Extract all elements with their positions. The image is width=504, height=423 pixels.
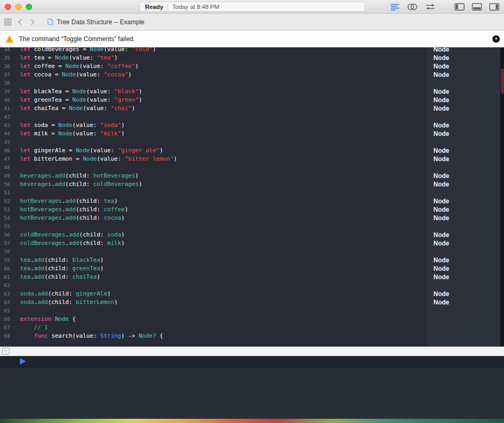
line-number[interactable]: 49 bbox=[0, 172, 15, 180]
code-line[interactable]: 52hotBeverages.add(child: tea) bbox=[0, 197, 428, 205]
toggle-debug-area-button[interactable] bbox=[472, 3, 482, 11]
line-number[interactable]: 56 bbox=[0, 231, 15, 239]
line-number[interactable]: 65 bbox=[0, 307, 15, 315]
line-number[interactable]: 47 bbox=[0, 155, 15, 163]
code-line[interactable]: 50beverages.add(child: coldBeverages) bbox=[0, 180, 428, 189]
line-number[interactable]: 37 bbox=[0, 71, 15, 79]
result-item[interactable]: Node bbox=[428, 62, 500, 71]
line-number[interactable]: 39 bbox=[0, 87, 15, 96]
document-title[interactable]: Tree Data Structure -- Example bbox=[57, 18, 144, 26]
line-number[interactable]: 44 bbox=[0, 130, 15, 138]
close-window-button[interactable] bbox=[5, 4, 11, 10]
code-line[interactable]: 51 bbox=[0, 189, 428, 197]
code-area[interactable]: 34let coldBeverages = Node(value: "cold"… bbox=[0, 47, 428, 340]
code-line[interactable]: 39let blackTea = Node(value: "black") bbox=[0, 87, 428, 96]
toggle-navigator-button[interactable] bbox=[454, 3, 465, 11]
minimize-window-button[interactable] bbox=[15, 4, 22, 10]
result-item[interactable]: Node bbox=[428, 121, 500, 130]
line-number[interactable]: 63 bbox=[0, 290, 15, 298]
line-number[interactable]: 51 bbox=[0, 189, 15, 197]
result-item[interactable]: Node bbox=[428, 71, 500, 79]
line-number[interactable]: 55 bbox=[0, 222, 15, 231]
zoom-window-button[interactable] bbox=[26, 4, 32, 10]
line-number[interactable]: 68 bbox=[0, 332, 15, 340]
line-number[interactable]: 41 bbox=[0, 104, 15, 113]
toggle-inspectors-button[interactable] bbox=[489, 3, 499, 11]
code-line[interactable]: 38 bbox=[0, 79, 428, 87]
line-number[interactable]: 66 bbox=[0, 315, 15, 323]
code-line[interactable]: 66extension Node { bbox=[0, 315, 428, 323]
line-number[interactable]: 46 bbox=[0, 146, 15, 155]
result-item[interactable]: Node bbox=[428, 104, 500, 113]
code-line[interactable]: 36let coffee = Node(value: "coffee") bbox=[0, 62, 428, 71]
code-line[interactable]: 41let chaiTea = Node(value: "chai") bbox=[0, 104, 428, 113]
code-line[interactable]: 58 bbox=[0, 248, 428, 256]
result-item[interactable]: Node bbox=[428, 205, 500, 214]
code-line[interactable]: 34let coldBeverages = Node(value: "cold"… bbox=[0, 47, 428, 54]
line-number[interactable]: 40 bbox=[0, 96, 15, 104]
code-line[interactable]: 65 bbox=[0, 307, 428, 315]
line-number[interactable]: 58 bbox=[0, 248, 15, 256]
code-line[interactable]: 35let tea = Node(value: "tea") bbox=[0, 54, 428, 62]
code-line[interactable]: 67 // 1 bbox=[0, 323, 428, 332]
standard-editor-button[interactable] bbox=[391, 4, 400, 11]
code-line[interactable]: 64soda.add(child: bitterLemon) bbox=[0, 298, 428, 307]
line-number[interactable]: 62 bbox=[0, 281, 15, 290]
hide-debug-area-button[interactable]: ▽ bbox=[2, 348, 9, 355]
result-item[interactable]: Node bbox=[428, 290, 500, 298]
code-line[interactable]: 40let greenTea = Node(value: "green") bbox=[0, 96, 428, 104]
line-number[interactable]: 52 bbox=[0, 197, 15, 205]
result-item[interactable]: Node bbox=[428, 231, 500, 239]
result-item[interactable]: Node bbox=[428, 180, 500, 189]
line-number[interactable]: 53 bbox=[0, 205, 15, 214]
assistant-editor-button[interactable] bbox=[407, 3, 418, 11]
line-number[interactable]: 57 bbox=[0, 239, 15, 248]
result-item[interactable]: Node bbox=[428, 298, 500, 307]
code-line[interactable]: 49beverages.add(child: hotBeverages) bbox=[0, 172, 428, 180]
code-line[interactable]: 48 bbox=[0, 163, 428, 172]
code-line[interactable]: 42 bbox=[0, 113, 428, 121]
result-item[interactable]: Node bbox=[428, 214, 500, 222]
scrollbar-thumb[interactable] bbox=[501, 68, 504, 94]
code-line[interactable]: 63soda.add(child: gingerAle) bbox=[0, 290, 428, 298]
code-line[interactable]: 37let cocoa = Node(value: "cocoa") bbox=[0, 71, 428, 79]
code-line[interactable]: 45 bbox=[0, 138, 428, 146]
line-number[interactable]: 38 bbox=[0, 79, 15, 87]
line-number[interactable]: 54 bbox=[0, 214, 15, 222]
result-item[interactable]: Node bbox=[428, 172, 500, 180]
line-number[interactable]: 45 bbox=[0, 138, 15, 146]
code-line[interactable]: 62 bbox=[0, 281, 428, 290]
result-item[interactable]: Node bbox=[428, 96, 500, 104]
code-line[interactable]: 57coldBeverages.add(child: milk) bbox=[0, 239, 428, 248]
line-number[interactable]: 48 bbox=[0, 163, 15, 172]
editor-scrollbar[interactable] bbox=[500, 47, 504, 347]
result-item[interactable]: Node bbox=[428, 47, 500, 54]
dismiss-banner-button[interactable]: ✕ bbox=[492, 35, 500, 43]
line-number[interactable]: 43 bbox=[0, 121, 15, 130]
code-line[interactable]: 46let gingerAle = Node(value: "ginger al… bbox=[0, 146, 428, 155]
result-item[interactable]: Node bbox=[428, 273, 500, 281]
result-item[interactable]: Node bbox=[428, 130, 500, 138]
result-item[interactable]: Node bbox=[428, 239, 500, 248]
line-number[interactable]: 34 bbox=[0, 47, 15, 54]
line-number[interactable]: 36 bbox=[0, 62, 15, 71]
line-number[interactable]: 61 bbox=[0, 273, 15, 281]
result-item[interactable]: Node bbox=[428, 146, 500, 155]
line-number[interactable]: 64 bbox=[0, 298, 15, 307]
code-line[interactable]: 68 func search(value: String) -> Node? { bbox=[0, 332, 428, 340]
code-line[interactable]: 53hotBeverages.add(child: coffee) bbox=[0, 205, 428, 214]
result-item[interactable]: Node bbox=[428, 54, 500, 62]
go-forward-button[interactable] bbox=[31, 19, 35, 25]
go-back-button[interactable] bbox=[18, 19, 22, 25]
line-number[interactable]: 67 bbox=[0, 323, 15, 332]
result-item[interactable]: Node bbox=[428, 155, 500, 163]
debug-console[interactable] bbox=[0, 368, 504, 419]
line-number[interactable]: 42 bbox=[0, 113, 15, 121]
result-item[interactable]: Node bbox=[428, 256, 500, 264]
result-item[interactable]: Node bbox=[428, 264, 500, 273]
code-line[interactable]: 55 bbox=[0, 222, 428, 231]
version-editor-button[interactable] bbox=[425, 3, 436, 11]
code-line[interactable]: 59tea.add(child: blackTea) bbox=[0, 256, 428, 264]
line-number[interactable]: 35 bbox=[0, 54, 15, 62]
source-editor[interactable]: 34let coldBeverages = Node(value: "cold"… bbox=[0, 47, 504, 347]
